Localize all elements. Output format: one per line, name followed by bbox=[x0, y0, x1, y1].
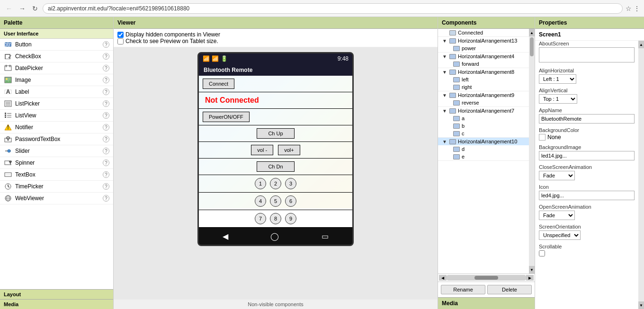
comp-item-forward[interactable]: forward bbox=[438, 60, 529, 68]
rename-button[interactable]: Rename bbox=[441, 285, 485, 294]
props-scroll-up[interactable]: ▲ bbox=[638, 41, 644, 48]
screenorientation-select[interactable]: Unspecified Portrait Landscape bbox=[539, 230, 581, 240]
comp-item-d[interactable]: d bbox=[438, 145, 529, 153]
components-scrollbar[interactable]: ▲ ▼ bbox=[529, 29, 535, 274]
power-button[interactable]: PowerON/OFF bbox=[203, 112, 250, 122]
listpicker-help[interactable]: ? bbox=[103, 100, 109, 107]
comp-item-right[interactable]: right bbox=[438, 83, 529, 91]
refresh-button[interactable]: ↻ bbox=[30, 4, 40, 13]
num-7-btn[interactable]: 7 bbox=[255, 213, 266, 224]
palette-item-label[interactable]: A Label ? bbox=[0, 86, 113, 98]
forward-button[interactable]: → bbox=[17, 4, 27, 13]
palette-item-slider[interactable]: Slider ? bbox=[0, 145, 113, 157]
scrollable-checkbox[interactable] bbox=[539, 250, 545, 256]
display-hidden-label[interactable]: Display hidden components in Viewer bbox=[117, 31, 434, 38]
num-9-btn[interactable]: 9 bbox=[285, 213, 296, 224]
textbox-help[interactable]: ? bbox=[103, 171, 109, 178]
scroll-down-button[interactable]: ▼ bbox=[529, 266, 535, 274]
delete-button[interactable]: Delete bbox=[487, 285, 532, 294]
num-2-btn[interactable]: 2 bbox=[270, 178, 281, 189]
num-3-btn[interactable]: 3 bbox=[285, 178, 296, 189]
palette-item-checkbox[interactable]: ✓ CheckBox ? bbox=[0, 51, 113, 62]
palette-item-spinner[interactable]: ▼ Spinner ? bbox=[0, 157, 113, 169]
palette-item-webviewer[interactable]: WebViewer ? bbox=[0, 193, 113, 204]
spinner-help[interactable]: ? bbox=[103, 159, 109, 166]
comp-item-ha9[interactable]: ▼ HorizontalArrangement9 bbox=[438, 91, 529, 99]
icon-input[interactable] bbox=[539, 191, 635, 200]
comp-item-ha13[interactable]: ▼ HorizontalArrangement13 bbox=[438, 37, 529, 44]
datepicker-help[interactable]: ? bbox=[103, 65, 109, 71]
display-hidden-checkbox[interactable] bbox=[117, 32, 124, 38]
connect-button[interactable]: Connect bbox=[203, 79, 234, 89]
comp-item-connected[interactable]: Connected bbox=[438, 29, 529, 36]
nav-recent-button[interactable]: ▭ bbox=[322, 232, 329, 241]
back-button[interactable]: ← bbox=[4, 4, 14, 13]
button-help[interactable]: ? bbox=[103, 41, 109, 48]
alignvertical-select[interactable]: Top : 1 Center : 2 Bottom : 3 bbox=[539, 94, 577, 104]
vol-plus-button[interactable]: vol+ bbox=[278, 145, 300, 155]
nav-home-button[interactable]: ◯ bbox=[270, 232, 279, 241]
media-section[interactable]: Media bbox=[0, 299, 113, 309]
palette-item-notifier[interactable]: ! Notifier ? bbox=[0, 122, 113, 133]
palette-item-textbox[interactable]: TextBox ? bbox=[0, 169, 113, 181]
comp-item-e[interactable]: e bbox=[438, 153, 529, 160]
appname-input[interactable] bbox=[539, 114, 635, 124]
palette-item-listview[interactable]: ListView ? bbox=[0, 110, 113, 122]
scroll-left-button[interactable]: ◀ bbox=[439, 275, 447, 281]
notifier-help[interactable]: ? bbox=[103, 124, 109, 131]
comp-item-reverse[interactable]: reverse bbox=[438, 99, 529, 106]
bgcolor-swatch[interactable] bbox=[539, 134, 546, 141]
num-1-btn[interactable]: 1 bbox=[255, 178, 266, 189]
palette-item-button[interactable]: btn Button ? bbox=[0, 39, 113, 51]
tablet-preview-label[interactable]: Check to see Preview on Tablet size. bbox=[117, 38, 434, 44]
layout-section[interactable]: Layout bbox=[0, 289, 113, 299]
image-help[interactable]: ? bbox=[103, 77, 109, 83]
palette-item-image[interactable]: Image ? bbox=[0, 74, 113, 86]
aboutscreen-input[interactable] bbox=[539, 47, 635, 62]
menu-button[interactable]: ⋮ bbox=[634, 5, 640, 12]
scroll-up-button[interactable]: ▲ bbox=[529, 29, 535, 36]
palette-item-timepicker[interactable]: TimePicker ? bbox=[0, 181, 113, 193]
horiz-scroll-thumb[interactable] bbox=[474, 276, 498, 280]
bgimage-input[interactable] bbox=[539, 151, 635, 160]
comp-item-ha8[interactable]: ▼ HorizontalArrangement8 bbox=[438, 68, 529, 76]
listview-help[interactable]: ? bbox=[103, 112, 109, 119]
passwordtextbox-help[interactable]: ? bbox=[103, 136, 109, 142]
address-bar[interactable] bbox=[43, 3, 623, 14]
viewer-header: Viewer bbox=[114, 17, 438, 29]
timepicker-help[interactable]: ? bbox=[103, 183, 109, 190]
openscreenanim-select[interactable]: Fade Zoom Slide Left bbox=[539, 211, 575, 220]
bookmark-button[interactable]: ☆ bbox=[626, 5, 632, 12]
scroll-right-button[interactable]: ▶ bbox=[526, 275, 534, 281]
alignhorizontal-select[interactable]: Left : 1 Center : 3 Right : 2 bbox=[539, 74, 576, 84]
comp-item-power[interactable]: power bbox=[438, 44, 529, 52]
properties-scrollbar[interactable]: ▲ ▼ bbox=[638, 41, 644, 309]
vol-minus-button[interactable]: vol - bbox=[251, 145, 273, 155]
webviewer-help[interactable]: ? bbox=[103, 195, 109, 202]
num-5-btn[interactable]: 5 bbox=[270, 195, 281, 207]
comp-item-b[interactable]: b bbox=[438, 122, 529, 130]
chup-button[interactable]: Ch Up bbox=[257, 128, 295, 139]
label-help[interactable]: ? bbox=[103, 88, 109, 95]
comp-item-ha7[interactable]: ▼ HorizontalArrangement7 bbox=[438, 107, 529, 115]
scroll-thumb[interactable] bbox=[530, 37, 534, 56]
comp-item-left[interactable]: left bbox=[438, 76, 529, 83]
palette-item-passwordtextbox[interactable]: PasswordTextBox ? bbox=[0, 133, 113, 145]
nav-back-button[interactable]: ◀ bbox=[223, 232, 228, 241]
props-scroll-down[interactable]: ▼ bbox=[638, 301, 644, 309]
tablet-preview-checkbox[interactable] bbox=[117, 38, 124, 44]
num-8-btn[interactable]: 8 bbox=[270, 213, 281, 224]
comp-item-a[interactable]: a bbox=[438, 115, 529, 122]
num-6-btn[interactable]: 6 bbox=[285, 195, 296, 207]
comp-item-ha4[interactable]: ▼ HorizontalArrangement4 bbox=[438, 53, 529, 60]
checkbox-help[interactable]: ? bbox=[103, 53, 109, 60]
palette-item-datepicker[interactable]: DatePicker ? bbox=[0, 62, 113, 74]
comp-item-ha10[interactable]: ▼ HorizontalArrangement10 bbox=[438, 138, 529, 145]
closescreenanim-select[interactable]: Fade Zoom Slide Left bbox=[539, 171, 575, 180]
chdn-button[interactable]: Ch Dn bbox=[257, 161, 295, 172]
comp-item-c[interactable]: c bbox=[438, 130, 529, 137]
num-4-btn[interactable]: 4 bbox=[255, 195, 266, 207]
slider-help[interactable]: ? bbox=[103, 148, 109, 154]
textbox-icon bbox=[4, 170, 12, 179]
palette-item-listpicker[interactable]: ListPicker ? bbox=[0, 98, 113, 110]
